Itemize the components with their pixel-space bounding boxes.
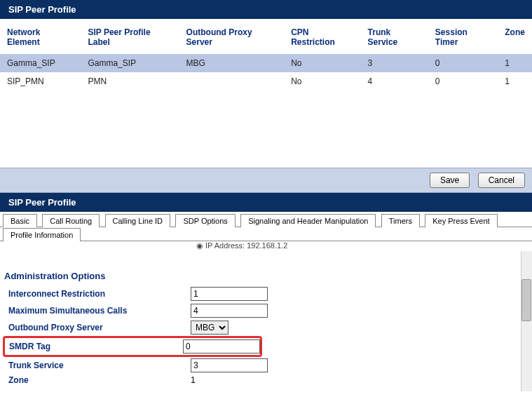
spacer [0,90,532,168]
row-interconnect-restriction: Interconnect Restriction [0,285,532,302]
table-row[interactable]: SIP_PMN PMN No 4 0 1 [0,72,532,90]
cell-zone: 1 [498,54,532,72]
top-panel-title: SIP Peer Profile [0,0,532,19]
cell-cpn: No [284,54,360,72]
administration-options-heading: Administration Options [0,251,532,285]
cell-cpn: No [284,72,360,90]
cell-trunk: 4 [361,72,428,90]
peer-table: Network Element SIP Peer Profile Label O… [0,22,532,90]
tab-strip: Basic Call Routing Calling Line ID SDP O… [0,213,532,227]
table-header-row: Network Element SIP Peer Profile Label O… [0,22,532,54]
action-bar: Save Cancel [0,168,532,193]
cell-network-element: SIP_PMN [0,72,81,90]
tab-call-routing[interactable]: Call Routing [42,214,100,227]
value-zone: 1 [191,375,196,385]
col-zone[interactable]: Zone [498,22,532,54]
tab-key-press-event[interactable]: Key Press Event [425,214,497,227]
label-trunk-service: Trunk Service [8,361,191,370]
row-zone: Zone 1 [0,374,532,386]
row-max-simultaneous-calls: Maximum Simultaneous Calls [0,302,532,319]
edit-panel-title: SIP Peer Profile [0,193,532,212]
scrollbar-thumb[interactable] [521,279,531,321]
cell-profile-label: PMN [81,72,179,90]
tab-basic[interactable]: Basic [3,214,37,227]
tab-sdp-options[interactable]: SDP Options [175,214,235,227]
label-interconnect-restriction: Interconnect Restriction [8,289,191,299]
cell-trunk: 3 [361,54,428,72]
tab-profile-information[interactable]: Profile Information [3,228,81,241]
col-trunk[interactable]: Trunk Service [361,22,428,54]
tab-strip-row2: Profile Information [0,227,532,241]
tab-calling-line-id[interactable]: Calling Line ID [105,214,171,227]
col-cpn[interactable]: CPN Restriction [284,22,360,54]
col-profile-label[interactable]: SIP Peer Profile Label [81,22,179,54]
row-outbound-proxy-server: Outbound Proxy Server MBG [0,319,532,336]
cell-session: 0 [428,54,498,72]
tab-signaling-header[interactable]: Signaling and Header Manipulation [240,214,376,227]
cell-session: 0 [428,72,498,90]
col-proxy[interactable]: Outbound Proxy Server [179,22,285,54]
partial-cut-row: ◉ IP Address: 192.168.1.2 [0,241,532,251]
label-max-simultaneous-calls: Maximum Simultaneous Calls [8,306,191,316]
tab-timers[interactable]: Timers [381,214,420,227]
input-interconnect-restriction[interactable] [191,287,268,301]
cancel-button[interactable]: Cancel [478,173,525,188]
table-row[interactable]: Gamma_SIP Gamma_SIP MBG No 3 0 1 [0,54,532,72]
label-smdr-tag: SMDR Tag [9,342,183,351]
select-outbound-proxy-server[interactable]: MBG [191,321,229,335]
cell-network-element: Gamma_SIP [0,54,81,72]
label-outbound-proxy-server: Outbound Proxy Server [8,323,191,332]
col-session[interactable]: Session Timer [428,22,498,54]
input-smdr-tag[interactable] [183,339,260,354]
row-smdr-tag-highlighted: SMDR Tag [3,336,262,357]
save-button[interactable]: Save [430,173,470,188]
cell-zone: 1 [498,72,532,90]
input-max-simultaneous-calls[interactable] [191,304,268,318]
peer-grid: Network Element SIP Peer Profile Label O… [0,19,532,90]
ip-address-residual: ◉ IP Address: 192.168.1.2 [196,241,287,250]
label-zone: Zone [8,375,191,385]
cell-proxy: MBG [179,54,285,72]
cell-proxy [179,72,285,90]
cell-profile-label: Gamma_SIP [81,54,179,72]
row-trunk-service: Trunk Service [0,357,532,374]
col-network-element[interactable]: Network Element [0,22,81,54]
input-trunk-service[interactable] [191,358,268,372]
